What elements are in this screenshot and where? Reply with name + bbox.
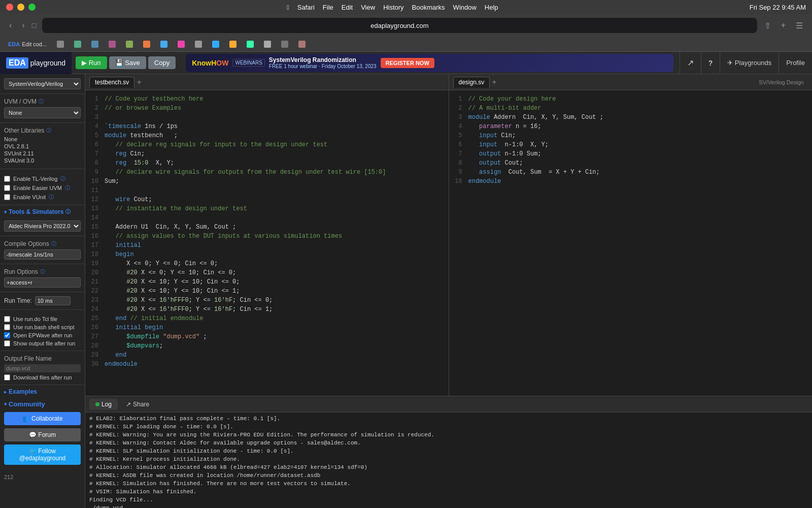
bookmark-13[interactable]	[243, 40, 258, 49]
simulator-select[interactable]: Aldec Riviera Pro 2022.04	[4, 220, 81, 232]
run-time-input[interactable]	[35, 296, 71, 305]
design-add-tab[interactable]: +	[492, 78, 496, 87]
design-tab[interactable]: design.sv	[453, 77, 490, 88]
bookmark-2[interactable]	[53, 40, 68, 49]
examples-header[interactable]: ▸ Examples	[0, 385, 85, 396]
toggle-easier-uvm[interactable]: Enable Easier UVM ⓘ	[4, 184, 81, 192]
register-button[interactable]: REGISTER NOW	[381, 58, 434, 68]
code-line: 4 parameter n = 16;	[449, 122, 813, 131]
menu-view[interactable]: View	[361, 4, 375, 11]
language-select[interactable]: SystemVerilog/Verilog	[4, 78, 81, 89]
compile-info-icon[interactable]: ⓘ	[51, 240, 56, 247]
back-button[interactable]: ‹	[6, 19, 15, 32]
external-link-icon[interactable]: ↗	[680, 52, 701, 74]
copy-button[interactable]: Copy	[148, 56, 176, 69]
bookmark-7[interactable]	[139, 40, 154, 49]
libraries-info-icon[interactable]: ⓘ	[46, 127, 51, 134]
design-editor[interactable]: 1// Code your design here 2// A multi-bi…	[449, 90, 813, 396]
toggle-run-do[interactable]: Use run.do Tcl file	[4, 316, 81, 322]
menu-bookmarks[interactable]: Bookmarks	[412, 4, 445, 11]
toggle-tl-verilog[interactable]: Enable TL-Verilog ⓘ	[4, 175, 81, 182]
tl-verilog-info[interactable]: ⓘ	[60, 175, 65, 182]
bookmark-5[interactable]	[105, 40, 120, 49]
code-line: 7 reg Cin;	[85, 149, 449, 158]
toggle-download[interactable]: Download files after run	[4, 374, 81, 380]
bookmark-9[interactable]	[174, 40, 189, 49]
tools-simulators-header[interactable]: ▾ Tools & Simulators ⓘ	[0, 205, 85, 216]
compile-options-label: Compile Options ⓘ	[4, 240, 81, 247]
sidebar-button[interactable]: ☰	[793, 19, 806, 33]
bookmark-eda[interactable]: EDA Edit cod...	[4, 40, 51, 48]
compile-options-input[interactable]	[4, 249, 81, 260]
bookmark-11[interactable]	[208, 40, 223, 49]
code-line: 6 input n-1:0 X, Y;	[449, 140, 813, 149]
forward-button[interactable]: ›	[19, 19, 27, 32]
sidebar-language-section: SystemVerilog/Verilog	[0, 74, 85, 94]
minimize-button[interactable]	[17, 4, 24, 11]
run-bash-checkbox[interactable]	[4, 324, 10, 330]
run-button[interactable]: ▶ Run	[76, 56, 107, 69]
address-bar[interactable]	[42, 18, 757, 33]
bookmark-6[interactable]	[122, 40, 137, 49]
menu-apple[interactable]: 	[287, 4, 289, 11]
bookmark-12[interactable]	[225, 40, 241, 49]
tab-switcher-icon[interactable]: □	[32, 21, 36, 29]
save-button[interactable]: 💾 Save	[109, 56, 146, 69]
bookmark-4[interactable]	[87, 40, 103, 49]
share-button[interactable]: ⇧	[761, 19, 774, 33]
menu-history[interactable]: History	[383, 4, 403, 11]
bookmark-16[interactable]	[294, 40, 310, 49]
twitter-button[interactable]: 🐦 Follow @edaplayground	[4, 444, 81, 465]
tools-arrow: ▾	[4, 209, 7, 215]
toggle-run-bash[interactable]: Use run.bash shell script	[4, 324, 81, 330]
app-logo[interactable]: EDA playground	[0, 52, 72, 74]
menu-edit[interactable]: Edit	[342, 4, 353, 11]
output-file-section: Output File Name dump.vcd Download files…	[0, 351, 85, 385]
bookmark-14[interactable]	[260, 40, 275, 49]
bookmark-15[interactable]	[277, 40, 292, 49]
forum-button[interactable]: 💬 Forum	[4, 428, 81, 441]
collaborate-icon: 👥	[22, 415, 30, 422]
log-tab[interactable]: Log	[89, 399, 118, 410]
easier-uvm-info[interactable]: ⓘ	[65, 184, 70, 192]
tools-info[interactable]: ⓘ	[65, 208, 71, 215]
share-tab[interactable]: ↗ Share	[120, 399, 155, 410]
toggle-show-output[interactable]: Show output file after run	[4, 340, 81, 346]
testbench-editor[interactable]: 1// Code your testbench here 2// or brow…	[85, 90, 449, 396]
menu-help[interactable]: Help	[485, 4, 498, 11]
run-do-checkbox[interactable]	[4, 316, 10, 322]
run-options-input[interactable]	[4, 277, 81, 288]
epwave-checkbox[interactable]	[4, 332, 10, 338]
bookmark-8[interactable]	[156, 40, 172, 49]
nav-profile[interactable]: Profile	[779, 52, 812, 74]
vunit-info[interactable]: ⓘ	[49, 194, 54, 201]
code-line: 27 $dumpfile "dump.vcd" ;	[85, 332, 449, 341]
menu-safari[interactable]: Safari	[297, 4, 315, 11]
uvm-info-icon[interactable]: ⓘ	[39, 98, 44, 105]
uvm-select[interactable]: None	[4, 107, 81, 118]
forum-icon: 💬	[29, 431, 37, 438]
bookmark-10[interactable]	[191, 40, 206, 49]
toggle-epwave[interactable]: Open EPWave after run	[4, 332, 81, 338]
toggle-vunit[interactable]: Enable VUnit ⓘ	[4, 194, 81, 201]
nav-playgrounds[interactable]: ✈ Playgrounds	[720, 52, 779, 74]
maximize-button[interactable]	[28, 4, 36, 11]
code-line: 29 end	[85, 351, 449, 360]
collaborate-button[interactable]: 👥 Collaborate	[4, 412, 81, 425]
run-options-info[interactable]: ⓘ	[40, 268, 45, 275]
bookmark-3[interactable]	[70, 40, 85, 49]
tl-verilog-checkbox[interactable]	[4, 176, 10, 182]
testbench-add-tab[interactable]: +	[137, 78, 141, 87]
app-header: EDA playground ▶ Run 💾 Save Copy KnowHOW…	[0, 52, 812, 74]
menu-window[interactable]: Window	[453, 4, 477, 11]
download-checkbox[interactable]	[4, 374, 10, 380]
vunit-checkbox[interactable]	[4, 194, 10, 200]
new-tab-button[interactable]: +	[778, 19, 789, 32]
testbench-tab[interactable]: testbench.sv	[89, 77, 134, 88]
help-icon[interactable]: ?	[701, 52, 720, 74]
menu-file[interactable]: File	[323, 4, 333, 11]
close-button[interactable]	[6, 4, 13, 11]
show-output-checkbox[interactable]	[4, 340, 10, 346]
design-tab-bar: design.sv + SV/Verilog Design	[449, 74, 813, 90]
easier-uvm-checkbox[interactable]	[4, 185, 10, 191]
